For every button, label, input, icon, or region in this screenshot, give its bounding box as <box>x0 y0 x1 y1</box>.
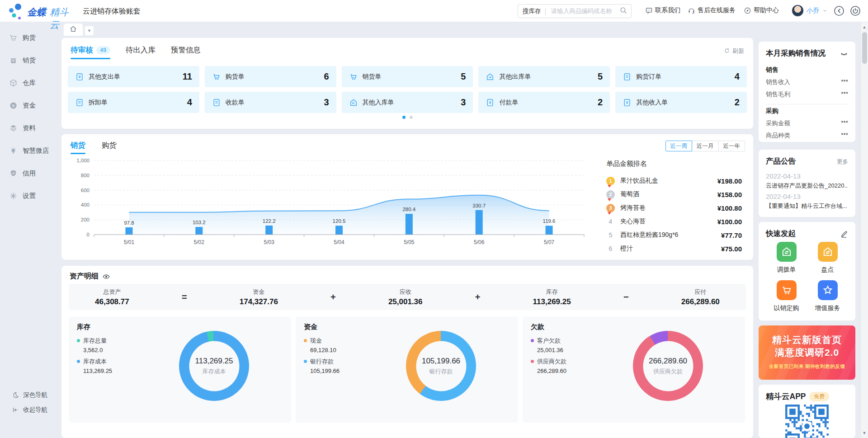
ranking-row[interactable]: 4夹心海苔¥100.00 <box>606 215 742 228</box>
banner-line3: 全新首页已到来 期待收到您的反馈 <box>759 363 855 370</box>
user-menu[interactable]: 小乔 <box>792 5 828 17</box>
todo-card-其他支出单[interactable]: ¥其他支出单11 <box>68 66 199 87</box>
tab-dropdown-button[interactable]: ▼ <box>85 26 94 35</box>
announcement-date: 2022-04-13 <box>766 193 848 200</box>
refresh-button[interactable]: 刷新 <box>724 47 744 55</box>
top-navbar: 金蝶 精斗云 云进销存体验账套 搜库存 | 联系我们 售后在线服务 帮助中心 小… <box>0 0 868 22</box>
sidebar-item-warehouse-cube[interactable]: 仓库 <box>0 75 55 90</box>
brand-name-bold: 金蝶 <box>27 6 46 19</box>
todo-card-购货订单[interactable]: 购货订单4 <box>615 66 747 87</box>
contact-us-link[interactable]: 联系我们 <box>645 6 680 14</box>
eye-open-icon[interactable] <box>102 273 110 281</box>
carousel-dot-2[interactable] <box>410 116 413 119</box>
todo-card-购货单[interactable]: 购货单6 <box>205 66 336 87</box>
app-window: 金蝶 精斗云 云进销存体验账套 搜库存 | 联系我们 售后在线服务 帮助中心 小… <box>0 0 868 438</box>
search-input[interactable] <box>550 7 618 15</box>
sidebar-item-smart-shop-bulb[interactable]: 智慧微店 <box>0 143 55 158</box>
todo-card-其他收入单[interactable]: ¥其他收入单2 <box>615 92 747 113</box>
power-circle-icon[interactable] <box>849 5 861 17</box>
ranking-amount: ¥198.00 <box>717 177 742 185</box>
scroll-down-arrow[interactable]: ▼ <box>862 431 867 435</box>
scrollbar-thumb[interactable] <box>862 32 867 64</box>
sidebar-item-store[interactable]: 销货 <box>0 52 55 68</box>
quick-action-以销定购[interactable]: 以销定购 <box>766 280 807 312</box>
legend-label: 库存总量 <box>83 337 107 344</box>
carousel-dot-1[interactable] <box>402 116 406 119</box>
sidebar-footer-label: 收起导航 <box>23 406 47 414</box>
contact-us-label: 联系我们 <box>655 6 680 14</box>
trend-tab-销货[interactable]: 销货 <box>71 141 85 154</box>
assets-panel: 资产明细 总资产46,308.77=资金174,327.76+应收25,001.… <box>61 266 753 438</box>
todo-card-拆卸单[interactable]: 拆卸单4 <box>68 92 199 113</box>
todo-card-销货单[interactable]: 销货单5 <box>342 66 473 87</box>
todo-tab-label: 待审核 <box>71 45 93 55</box>
ranking-section: 单品金额排名 1果汁饮品礼盒¥198.002葡萄酒¥158.003烤海苔卷¥10… <box>606 134 746 260</box>
todo-card-其他出库单[interactable]: 其他出库单5 <box>478 66 610 87</box>
sidebar-item-credit-shield[interactable]: 信用 <box>0 165 55 181</box>
quick-action-增值服务[interactable]: 增值服务 <box>807 280 848 312</box>
sidebar-item-settings-gear[interactable]: 设置 <box>0 188 55 203</box>
legend-dot-icon <box>531 360 534 363</box>
todo-card-count: 11 <box>183 71 192 82</box>
quick-action-调拨单[interactable]: 调拨单 <box>766 242 807 274</box>
sidebar-footer-collapse[interactable]: 收起导航 <box>0 404 55 416</box>
sidebar-item-cart[interactable]: 购货 <box>0 30 55 45</box>
todo-card-付款单[interactable]: ¥付款单2 <box>478 92 610 113</box>
after-sales-label: 售后在线服务 <box>698 6 736 14</box>
quick-action-盘点[interactable]: 盘点 <box>807 242 848 274</box>
todo-tab-badge: 49 <box>96 46 110 54</box>
todo-card-其他入库单[interactable]: 其他入库单3 <box>342 92 473 113</box>
legend-item: 库存成本113,269.25 <box>77 357 112 374</box>
svg-text:5/07: 5/07 <box>544 239 555 245</box>
asset-card-title: 欠款 <box>531 323 544 331</box>
todo-card-收款单[interactable]: 收款单3 <box>205 92 336 113</box>
free-badge: 免费 <box>809 392 829 401</box>
chevron-down-icon <box>822 8 828 14</box>
back-circle-icon[interactable] <box>833 5 845 17</box>
scroll-up-arrow[interactable]: ▲ <box>862 25 867 29</box>
legend-dot-icon <box>304 339 307 342</box>
help-center-link[interactable]: 帮助中心 <box>744 6 779 14</box>
svg-text:¥: ¥ <box>79 74 81 79</box>
search-divider: | <box>545 7 550 15</box>
equation-item-资金: 资金174,327.76 <box>240 288 278 306</box>
announcement-list: 2022-04-13云进销存产品更新公告_20220...2022-04-13【… <box>766 170 848 210</box>
eye-closed-icon[interactable] <box>840 50 848 58</box>
equation-operator: − <box>623 292 629 302</box>
svg-text:5/05: 5/05 <box>404 239 415 245</box>
search-category-selector[interactable]: 搜库存 <box>522 7 545 15</box>
survey-banner[interactable]: 精斗云新版首页 满意度调研2.0 全新首页已到来 期待收到您的反馈 <box>759 325 855 380</box>
ranking-row[interactable]: 5西红柿意粉酱190g*6¥77.70 <box>606 228 742 242</box>
ranking-row[interactable]: 3烤海苔卷¥100.80 <box>606 201 742 215</box>
sales-trend-chart: 02004006008001,00097.8103.2122.2120.5280… <box>69 157 600 256</box>
sidebar-item-materials-layers[interactable]: 资料 <box>0 120 55 136</box>
edit-pencil-icon[interactable] <box>840 230 848 238</box>
announcement-link[interactable]: 【重要通知】精斗云工作台域... <box>766 202 848 210</box>
range-button-1[interactable]: 近一周 <box>665 141 693 151</box>
todo-tab-3[interactable]: 预警信息 <box>171 45 201 59</box>
equation-value: 25,001.36 <box>388 297 423 306</box>
sidebar-item-label: 智慧微店 <box>23 146 49 155</box>
todo-tab-2[interactable]: 待出入库 <box>126 45 156 59</box>
equation-item-总资产: 总资产46,308.77 <box>95 288 129 306</box>
sidebar-item-funds-yen[interactable]: ¥资金 <box>0 98 55 113</box>
monthly-title: 本月采购销售情况 <box>766 48 826 58</box>
inventory-search: 搜库存 | <box>518 4 632 18</box>
svg-text:5/04: 5/04 <box>334 239 344 245</box>
monthly-row-value: *** <box>841 132 848 140</box>
trend-tab-购货[interactable]: 购货 <box>102 141 117 154</box>
brand-logo[interactable]: 金蝶 精斗云 <box>8 2 76 20</box>
announcement-link[interactable]: 云进销存产品更新公告_20220... <box>766 182 848 190</box>
more-link[interactable]: 更多 <box>837 158 848 166</box>
monthly-row-label: 商品种类 <box>766 132 790 140</box>
after-sales-service-link[interactable]: 售后在线服务 <box>688 6 736 14</box>
todo-card-label: 拆卸单 <box>89 99 108 107</box>
ranking-row[interactable]: 2葡萄酒¥158.00 <box>606 188 742 201</box>
ranking-row[interactable]: 1果汁饮品礼盒¥198.00 <box>606 174 742 188</box>
todo-card-count: 4 <box>187 97 192 108</box>
todo-tab-1[interactable]: 待审核49 <box>71 45 110 59</box>
sidebar-footer-moon[interactable]: 深色导航 <box>0 389 55 401</box>
ranking-row[interactable]: 6橙汁¥75.00 <box>606 242 742 255</box>
search-icon[interactable] <box>619 6 627 16</box>
todo-card-label: 购货单 <box>226 73 245 81</box>
